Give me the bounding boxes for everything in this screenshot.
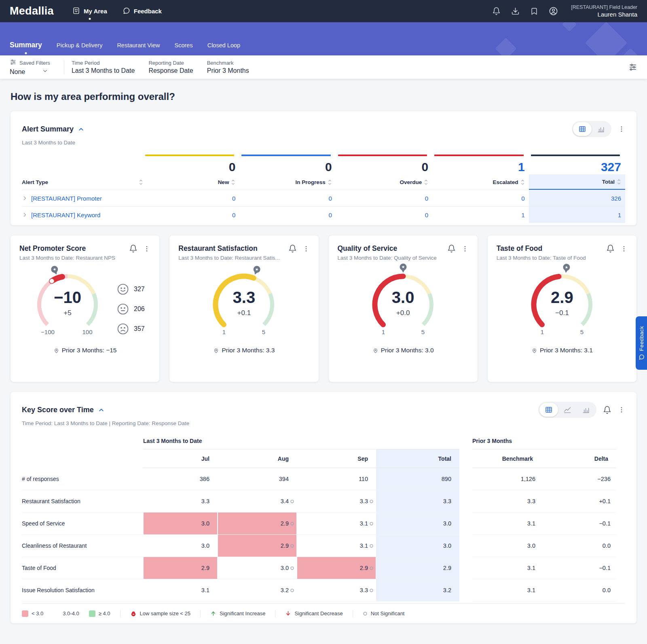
sliders-icon xyxy=(10,59,17,67)
decorative-diamond xyxy=(585,22,628,55)
location-pin-icon xyxy=(372,347,378,354)
location-pin-icon xyxy=(53,347,59,354)
alert-bell-icon[interactable] xyxy=(288,244,297,253)
tab-pickup-delivery[interactable]: Pickup & Delivery xyxy=(57,42,103,49)
alert-type-link[interactable]: [RESTAURANT] Keyword xyxy=(22,206,143,223)
score-cell: 3.2 xyxy=(376,579,459,602)
score-cell: 110 xyxy=(297,468,376,490)
key-score-title: Key Score over Time xyxy=(22,406,94,414)
filter-benchmark[interactable]: Benchmark Prior 3 Months xyxy=(207,60,249,74)
active-indicator-dot xyxy=(89,18,91,20)
filter-reporting-date[interactable]: Reporting Date Response Date xyxy=(148,60,193,74)
row-label: Issue Resolution Satisfaction xyxy=(22,579,143,602)
collapse-chevron-up-icon[interactable] xyxy=(78,126,85,133)
collapse-chevron-up-icon[interactable] xyxy=(98,407,105,413)
key-score-subtitle: Time Period: Last 3 Months to Date | Rep… xyxy=(22,420,625,426)
topnav-item-my-area[interactable]: My Area xyxy=(72,0,107,22)
column-header-benchmark: Benchmark xyxy=(472,449,541,468)
neutral-face-icon xyxy=(116,303,129,316)
score-cell: 3.0 xyxy=(472,535,541,557)
column-header-in-progress: In Progress xyxy=(239,174,336,190)
column-color-bar xyxy=(145,155,234,156)
kebab-menu-icon[interactable] xyxy=(618,125,625,133)
kebab-menu-icon[interactable] xyxy=(618,406,625,413)
user-block: [RESTAURANT] Field Leader Lauren Shanta xyxy=(571,4,637,18)
tab-summary[interactable]: Summary xyxy=(10,41,42,49)
alert-summary-title: Alert Summary xyxy=(22,125,74,133)
filter-settings-icon[interactable] xyxy=(628,63,637,72)
kpi-title: Taste of Food xyxy=(497,244,542,253)
filter-time-period[interactable]: Time Period Last 3 Months to Date xyxy=(72,60,135,74)
svg-text:★: ★ xyxy=(565,265,569,270)
section-tabs-bar: SummaryPickup & DeliveryRestaurant ViewS… xyxy=(0,22,647,55)
medallia-logo[interactable]: Medallia xyxy=(10,5,54,17)
svg-text:−100: −100 xyxy=(41,328,55,335)
table-view-icon[interactable] xyxy=(573,122,592,136)
benchmark-label: Prior 3 Months: 3.0 xyxy=(338,347,469,354)
svg-text:★: ★ xyxy=(401,265,405,269)
bar-chart-view-icon[interactable] xyxy=(577,403,595,417)
sort-icon[interactable] xyxy=(424,179,428,186)
sort-icon[interactable] xyxy=(617,178,621,185)
kebab-menu-icon[interactable] xyxy=(461,245,469,252)
feedback-side-tab-label: Feedback xyxy=(639,326,645,351)
sort-icon[interactable] xyxy=(328,179,332,186)
topnav-item-feedback[interactable]: Feedback xyxy=(123,0,162,22)
table-view-icon[interactable] xyxy=(539,403,558,417)
column-header-total: Total xyxy=(376,449,459,468)
sort-icon[interactable] xyxy=(139,179,143,186)
kebab-menu-icon[interactable] xyxy=(302,245,310,252)
gauge-taste-of-food: ★15 2.9 −0.1 xyxy=(520,264,605,343)
notifications-bell-icon[interactable] xyxy=(492,7,501,15)
alert-bell-icon[interactable] xyxy=(606,244,615,253)
score-cell: 3.1 xyxy=(143,579,218,602)
account-icon[interactable] xyxy=(549,6,558,16)
low-sample-icon xyxy=(130,610,137,617)
alert-total-new: 0 xyxy=(143,155,239,174)
score-cell: 3.0 xyxy=(218,557,297,579)
not-significant-icon xyxy=(363,611,368,616)
tab-closed-loop[interactable]: Closed Loop xyxy=(207,42,240,49)
tab-restaurant-view[interactable]: Restaurant View xyxy=(117,42,160,49)
row-label: Restaurant Satisfaction xyxy=(22,490,143,513)
kpi-cards-row: Net Promoter Score Last 3 Months to Date… xyxy=(11,235,636,382)
sort-icon[interactable] xyxy=(520,179,525,186)
alert-table-row[interactable]: [RESTAURANT] Keyword 00011 xyxy=(22,206,625,223)
score-cell: 890 xyxy=(376,468,459,490)
score-cell: 3.1 xyxy=(472,513,541,535)
alert-bell-icon[interactable] xyxy=(603,406,611,414)
alert-type-link[interactable]: [RESTAURANT] Promoter xyxy=(22,190,143,206)
filter-bar: Saved Filters None Time Period Last 3 Mo… xyxy=(0,55,647,79)
saved-filters-group: Saved Filters None xyxy=(10,59,50,76)
column-header-aug: Aug xyxy=(218,449,297,468)
divider xyxy=(120,610,121,617)
kebab-menu-icon[interactable] xyxy=(620,245,628,252)
alert-bell-icon[interactable] xyxy=(447,244,456,253)
svg-text:5: 5 xyxy=(580,328,584,335)
key-score-view-toggle xyxy=(538,402,596,418)
bar-chart-view-icon[interactable] xyxy=(592,122,610,136)
sort-icon[interactable] xyxy=(231,179,235,186)
tab-scores[interactable]: Scores xyxy=(175,42,193,49)
alert-summary-subtitle: Last 3 Months to Date xyxy=(22,140,625,146)
feedback-side-tab[interactable]: Feedback xyxy=(636,316,647,370)
happy-face-icon xyxy=(116,283,129,296)
sad-face-icon xyxy=(116,322,129,335)
kebab-menu-icon[interactable] xyxy=(143,245,150,252)
saved-filters-dropdown[interactable]: None xyxy=(10,68,50,76)
column-header-delta: Delta xyxy=(541,449,616,468)
column-header-total: Total xyxy=(529,174,625,190)
bookmark-icon[interactable] xyxy=(530,7,538,15)
row-label: Taste of Food xyxy=(22,557,143,579)
svg-text:5: 5 xyxy=(421,328,424,335)
chevron-right-icon xyxy=(22,212,27,218)
alert-table-row[interactable]: [RESTAURANT] Promoter 0000326 xyxy=(22,190,625,206)
line-chart-view-icon[interactable] xyxy=(558,403,577,417)
score-cell: 2.9 xyxy=(218,513,297,535)
score-cell: 3.3 xyxy=(297,490,376,513)
svg-text:1: 1 xyxy=(222,328,226,335)
score-cell: 3.1 xyxy=(472,579,541,602)
kpi-subtitle: Last 3 Months to Date: Taste of Food xyxy=(497,255,628,261)
alert-bell-icon[interactable] xyxy=(129,244,137,253)
download-icon[interactable] xyxy=(511,7,520,15)
